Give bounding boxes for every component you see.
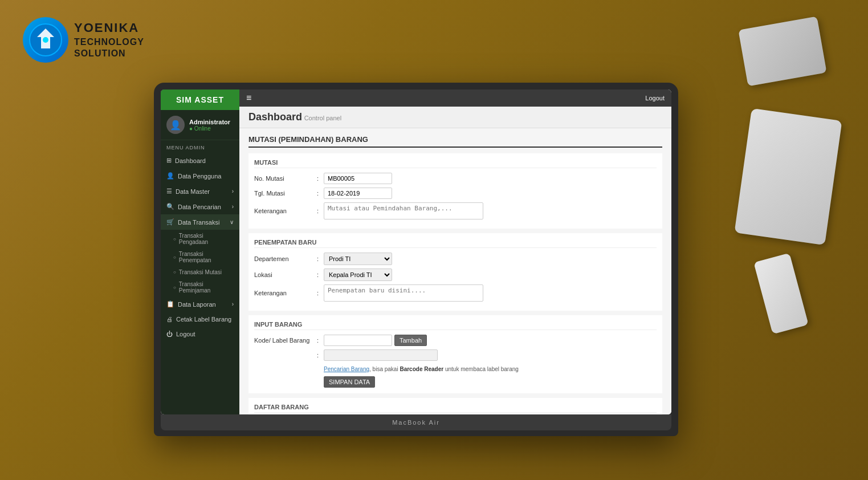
input-barang-sub-title: INPUT BARANG — [254, 321, 657, 330]
main-content: ≡ Logout Dashboard Control panel MUTASI … — [239, 90, 671, 414]
daftar-barang-sub-title: DAFTAR BARANG — [254, 404, 657, 413]
user-icon: 👤 — [166, 172, 174, 180]
svg-point-1 — [43, 37, 48, 43]
kode-barang-label: Kode/ Label Barang — [254, 337, 317, 344]
content-area: MUTASI (PEMINDAHAN) BARANG MUTASI No. Mu… — [239, 128, 671, 414]
barcode-input[interactable] — [324, 349, 438, 361]
cart-icon: 🛒 — [166, 218, 174, 226]
sidebar: SIM ASSET 👤 Administrator ● Online MENU … — [161, 90, 239, 414]
dot-icon3: ○ — [173, 270, 176, 275]
pencarian-barang-link[interactable]: Pencarian Barang — [324, 366, 369, 372]
sidebar-item-data-transaksi[interactable]: 🛒Data Transaksi ∨ — [161, 214, 239, 230]
chevron-right-icon: › — [232, 188, 234, 194]
macbook-label: MacBook Air — [392, 419, 440, 426]
barcode-row: : — [254, 349, 657, 361]
chevron-right-icon3: › — [232, 301, 234, 307]
tambah-button[interactable]: Tambah — [394, 335, 427, 346]
macbook-base: MacBook Air — [161, 414, 671, 430]
macbook-screen: SIM ASSET 👤 Administrator ● Online MENU … — [161, 90, 671, 414]
logo-icon — [23, 17, 68, 63]
sidebar-header: SIM ASSET — [161, 90, 239, 110]
sidebar-item-dashboard[interactable]: ⊞Dashboard — [161, 153, 239, 168]
table-icon: ☰ — [166, 188, 172, 195]
sidebar-sub-transaksi-penempatan[interactable]: ○Transaksi Penempatan — [161, 248, 239, 266]
dot-icon4: ○ — [173, 285, 176, 290]
menu-label: MENU ADMIN — [161, 140, 239, 153]
penempatan-baru-section: PENEMPATAN BARU Departemen : Prodi TI Lo… — [248, 233, 662, 311]
daftar-barang-section: DAFTAR BARANG No Kode Nama Barang Lokasi… — [248, 398, 662, 414]
sidebar-sub-transaksi-pengadaan[interactable]: ○Transaksi Pengadaan — [161, 230, 239, 248]
search-hint: Pencarian Barang, bisa pakai Barcode Rea… — [324, 366, 519, 372]
chevron-down-icon: ∨ — [230, 219, 234, 225]
departemen-label: Departemen — [254, 255, 317, 262]
avatar: 👤 — [166, 116, 185, 134]
lokasi-row: Lokasi : Kepala Prodi TI — [254, 269, 657, 281]
sidebar-item-logout[interactable]: ⏻Logout — [161, 327, 239, 341]
page-title: Dashboard — [248, 111, 302, 123]
mutasi-section: MUTASI No. Mutasi : Tgl. Mutasi : K — [248, 153, 662, 229]
tgl-mutasi-input[interactable] — [324, 188, 392, 199]
penempatan-sub-title: PENEMPATAN BARU — [254, 239, 657, 248]
simpan-data-button[interactable]: SIMPAN DATA — [324, 376, 375, 388]
sidebar-user: 👤 Administrator ● Online — [161, 110, 239, 140]
sidebar-sub-transaksi-peminjaman[interactable]: ○Transaksi Peminjaman — [161, 278, 239, 296]
no-mutasi-input[interactable] — [324, 173, 392, 184]
tgl-mutasi-row: Tgl. Mutasi : — [254, 188, 657, 199]
page-header: Dashboard Control panel — [239, 107, 671, 128]
keterangan-mutasi-input[interactable] — [324, 202, 483, 219]
kode-barang-row: Kode/ Label Barang : Tambah — [254, 335, 657, 346]
lokasi-label: Lokasi — [254, 271, 317, 278]
kode-barang-input[interactable] — [324, 335, 392, 346]
mutasi-sub-title: MUTASI — [254, 159, 657, 168]
sidebar-item-data-pengguna[interactable]: 👤Data Pengguna — [161, 168, 239, 184]
no-mutasi-row: No. Mutasi : — [254, 173, 657, 184]
keterangan-penempatan-label: Keterangan — [254, 290, 317, 296]
logo-area: YOENIKA TECHNOLOGY SOLUTION — [23, 17, 144, 63]
keterangan-penempatan-row: Keterangan : — [254, 284, 657, 302]
print-icon: 🖨 — [166, 316, 173, 323]
input-barang-section: INPUT BARANG Kode/ Label Barang : Tambah — [248, 315, 662, 393]
keterangan-mutasi-label: Keterangan — [254, 208, 317, 214]
keterangan-mutasi-row: Keterangan : — [254, 202, 657, 219]
dashboard-icon: ⊞ — [166, 157, 172, 164]
sidebar-item-data-pencarian[interactable]: 🔍Data Pencarian › — [161, 199, 239, 214]
app-layout: SIM ASSET 👤 Administrator ● Online MENU … — [161, 90, 671, 414]
departemen-row: Departemen : Prodi TI — [254, 253, 657, 265]
dot-icon2: ○ — [173, 255, 176, 260]
top-bar: ≡ Logout — [239, 90, 671, 107]
macbook-frame: SIM ASSET 👤 Administrator ● Online MENU … — [154, 83, 678, 436]
user-info: Administrator ● Online — [189, 119, 230, 132]
dot-icon: ○ — [173, 237, 176, 242]
section-title: MUTASI (PEMINDAHAN) BARANG — [248, 135, 662, 148]
departemen-select[interactable]: Prodi TI — [324, 253, 392, 265]
lokasi-select[interactable]: Kepala Prodi TI — [324, 269, 392, 281]
sidebar-item-data-master[interactable]: ☰Data Master › — [161, 184, 239, 199]
keterangan-penempatan-input[interactable] — [324, 284, 483, 302]
sidebar-item-data-laporan[interactable]: 📋Data Laporan › — [161, 296, 239, 312]
logout-icon: ⏻ — [166, 331, 173, 337]
page-subtitle: Control panel — [304, 115, 341, 121]
sidebar-item-cetak-label[interactable]: 🖨Cetak Label Barang — [161, 312, 239, 327]
logo-text: YOENIKA TECHNOLOGY SOLUTION — [74, 20, 144, 60]
sidebar-sub-transaksi-mutasi[interactable]: ○Transaksi Mutasi — [161, 266, 239, 278]
chevron-right-icon2: › — [232, 204, 234, 210]
logout-button[interactable]: Logout — [645, 95, 665, 101]
search-icon: 🔍 — [166, 203, 174, 210]
report-icon: 📋 — [166, 300, 174, 308]
hamburger-icon[interactable]: ≡ — [246, 93, 251, 103]
user-name: Administrator — [189, 119, 230, 125]
kode-barang-input-group: Tambah — [324, 335, 427, 346]
decorative-tablet-side — [734, 108, 842, 245]
user-status: ● Online — [189, 125, 230, 132]
tgl-mutasi-label: Tgl. Mutasi — [254, 190, 317, 197]
no-mutasi-label: No. Mutasi — [254, 175, 317, 182]
